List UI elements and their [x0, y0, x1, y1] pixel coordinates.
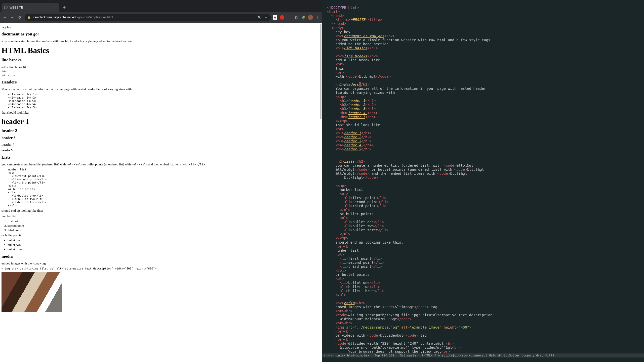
browser-window: WEBSITE × + ← → ⟳ 🔒 camblackburn.pages.c… — [0, 0, 322, 362]
tab-bar: WEBSITE × + — [0, 0, 322, 12]
extension-icon[interactable]: ⏣ — [273, 15, 277, 20]
heading: line breaks — [2, 58, 320, 63]
mode-line: -:--- index.html<simple> Top (20,20) Git… — [322, 353, 644, 357]
back-button[interactable]: ← — [2, 15, 8, 20]
text: hey hey. — [2, 25, 320, 29]
search-icon[interactable]: 🔍 — [257, 15, 262, 20]
viewport: hey hey. document as you go! so you writ… — [0, 23, 322, 362]
heading: media — [2, 254, 320, 259]
ordered-list: first point second point third point — [8, 219, 320, 232]
address-bar[interactable]: 🔒 camblackburn.pages.cba.mit.edu/git-sto… — [25, 14, 271, 21]
code-block: number list <ol> <li>first point</li> <l… — [2, 168, 320, 207]
extension-icon[interactable]: ◧ — [294, 15, 298, 20]
text: or bullet points — [2, 233, 320, 237]
toolbar: ← → ⟳ 🔒 camblackburn.pages.cba.mit.edu/g… — [0, 12, 322, 23]
text: number list — [2, 214, 320, 218]
list-item: second point — [8, 224, 320, 228]
code-block: <h1>header 1</h1> <h2>header 2</h2> <h3>… — [2, 93, 320, 109]
heading: HTML Basics — [2, 46, 320, 55]
browser-tab[interactable]: WEBSITE × — [2, 3, 59, 12]
avatar[interactable] — [308, 15, 313, 20]
close-icon[interactable]: × — [55, 6, 57, 9]
list-item: bullet two — [8, 243, 320, 247]
page-content: hey hey. document as you go! so you writ… — [0, 23, 322, 362]
heading: Lists — [2, 155, 320, 160]
heading: header 4 — [2, 143, 320, 147]
code-editor: <!DOCTYPE html> <html> <head> <title>WEB… — [322, 0, 644, 362]
list-item: bullet one — [8, 238, 320, 242]
star-icon[interactable]: ☆ — [264, 15, 268, 20]
heading: header 3 — [2, 136, 320, 140]
list-item: third point — [8, 228, 320, 232]
text-cursor: S — [359, 82, 361, 86]
reload-button[interactable]: ⟳ — [17, 15, 23, 20]
url-path: /git-story/simple/index.html — [77, 16, 113, 19]
scroll-thumb[interactable] — [320, 24, 321, 119]
text: embed images with the <img> tag — [2, 261, 320, 265]
globe-icon — [4, 6, 8, 9]
heading: Headers — [2, 80, 320, 85]
list-item: bullet three — [8, 247, 320, 251]
text: You can organize all of the information … — [2, 87, 320, 91]
list-item: first point — [8, 219, 320, 223]
new-tab-button[interactable]: + — [61, 5, 67, 11]
extension-icon[interactable] — [280, 15, 284, 20]
menu-icon[interactable]: ⋮ — [315, 15, 320, 20]
extension-icon[interactable]: ⋯ — [287, 15, 291, 20]
heading: document as you go! — [2, 32, 320, 37]
text: that should look like: — [2, 111, 320, 115]
embedded-image — [2, 272, 62, 312]
text: so you write a simple function website w… — [2, 39, 320, 43]
vertical-scrollbar[interactable] — [319, 23, 322, 362]
puzzle-icon[interactable]: 🧩 — [301, 15, 305, 20]
tab-title: WEBSITE — [10, 6, 23, 9]
heading: header 5 — [2, 149, 320, 152]
text: should end up looking like this: — [2, 209, 320, 213]
code-buffer[interactable]: <!DOCTYPE html> <html> <head> <title>WEB… — [327, 2, 642, 354]
extension-icons: ⏣ ⋯ ◧ 🧩 ⋮ — [273, 15, 320, 20]
text: you can create a numbered list (ordered … — [2, 162, 320, 166]
heading: header 2 — [2, 128, 320, 133]
unordered-list: bullet one bullet two bullet three — [8, 238, 320, 251]
minibuffer[interactable] — [322, 357, 644, 362]
lock-icon: 🔒 — [27, 16, 31, 19]
url-host: camblackburn.pages.cba.mit.edu — [33, 16, 77, 19]
text: add a line break like this with <br> — [2, 65, 320, 77]
code-block: < img src="path/to/img_file.jpg" alt="al… — [2, 267, 320, 270]
heading: header 1 — [2, 117, 320, 126]
forward-button[interactable]: → — [10, 15, 15, 20]
